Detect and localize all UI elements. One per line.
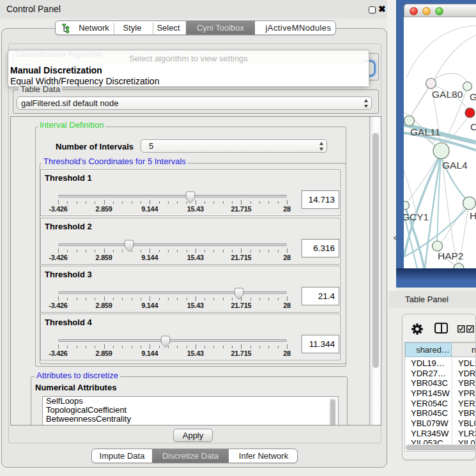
svg-text:GA: GA [470, 91, 476, 102]
svg-text:HAP2: HAP2 [438, 250, 464, 261]
svg-text:H: H [470, 210, 476, 221]
svg-text:GAL4: GAL4 [442, 160, 468, 171]
svg-text:GAL80: GAL80 [432, 89, 463, 100]
svg-text:GCY1: GCY1 [404, 211, 429, 222]
svg-text:GAL11: GAL11 [410, 127, 440, 137]
svg-text:C: C [470, 121, 476, 132]
